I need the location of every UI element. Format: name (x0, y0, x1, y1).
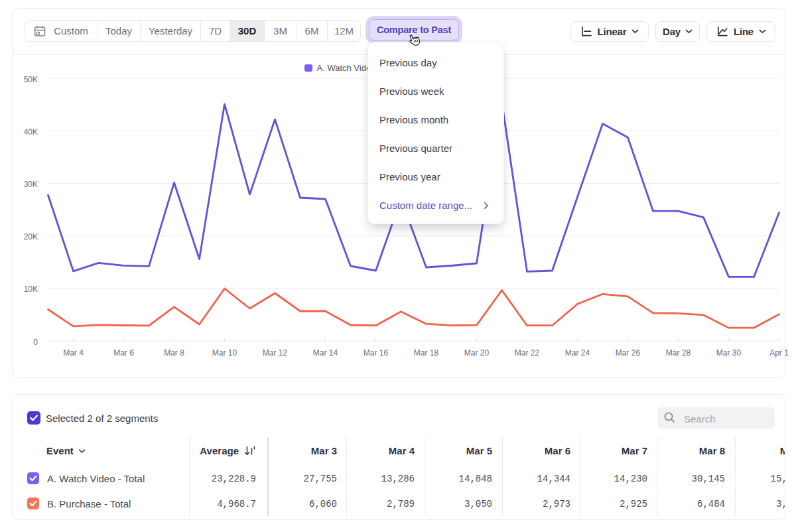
svg-text:30K: 30K (24, 180, 38, 189)
svg-text:Mar 18: Mar 18 (414, 348, 439, 358)
svg-text:Mar 30: Mar 30 (716, 348, 742, 358)
svg-text:Mar 22: Mar 22 (515, 348, 540, 358)
svg-text:0: 0 (33, 338, 38, 347)
svg-text:Mar 20: Mar 20 (464, 348, 490, 358)
svg-text:Mar 16: Mar 16 (364, 348, 389, 358)
svg-text:20K: 20K (24, 232, 38, 241)
svg-text:Mar 26: Mar 26 (616, 348, 641, 358)
svg-text:Mar 12: Mar 12 (263, 348, 288, 358)
svg-text:Mar 6: Mar 6 (113, 348, 134, 358)
svg-text:Mar 4: Mar 4 (63, 348, 84, 358)
svg-text:40K: 40K (24, 127, 38, 137)
svg-text:Mar 14: Mar 14 (313, 348, 338, 358)
svg-text:Mar 28: Mar 28 (666, 348, 691, 358)
svg-text:Mar 10: Mar 10 (212, 348, 237, 358)
svg-text:Mar 24: Mar 24 (565, 348, 590, 358)
svg-text:Mar 8: Mar 8 (164, 348, 184, 358)
svg-text:10K: 10K (24, 285, 38, 294)
svg-text:50K: 50K (24, 75, 38, 84)
svg-text:Apr 1: Apr 1 (769, 348, 789, 358)
